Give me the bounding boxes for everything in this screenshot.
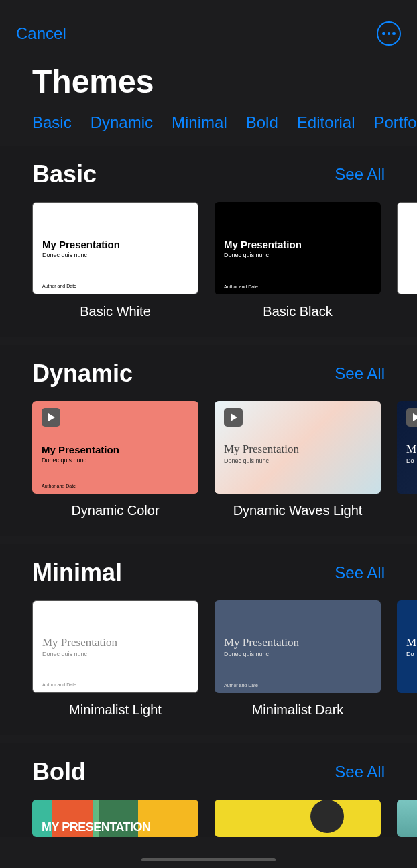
see-all-basic[interactable]: See All [335,165,385,184]
section-title-bold: Bold [32,758,86,786]
thumb-title: My Presentation [42,444,189,455]
thumb-title: My Presentation [224,636,371,649]
theme-bold-peek[interactable] [397,800,417,837]
tab-basic[interactable]: Basic [32,113,72,132]
section-bold: Bold See All MY PRESENTATION [0,743,417,837]
theme-bold-2[interactable] [215,800,381,837]
theme-bold-1[interactable]: MY PRESENTATION [32,800,198,837]
thumb-subtitle: Donec quis nunc [224,457,371,464]
cancel-button[interactable]: Cancel [16,24,66,43]
home-indicator[interactable] [141,858,276,861]
thumb-subtitle: Donec quis nunc [224,651,371,657]
theme-dynamic-color[interactable]: My Presentation Donec quis nunc Author a… [32,401,198,519]
section-minimal: Minimal See All My Presentation Donec qu… [0,544,417,735]
thumb-footer: Author and Date [42,682,76,687]
thumb-footer: Author and Date [224,284,258,289]
tab-bold[interactable]: Bold [246,113,278,132]
see-all-dynamic[interactable]: See All [335,364,385,383]
category-tabs: Basic Dynamic Minimal Bold Editorial Por… [0,105,417,146]
thumb-title: My Presentation [42,636,188,649]
theme-dynamic-peek[interactable]: M Do [397,401,417,519]
theme-minimalist-light[interactable]: My Presentation Donec quis nunc Author a… [32,600,198,718]
thumb-title: My Presentation [42,239,188,250]
page-title: Themes [0,51,417,105]
theme-label: Minimalist Light [32,702,198,718]
theme-label: Minimalist Dark [215,702,381,718]
theme-label: Basic Black [215,304,381,319]
see-all-bold[interactable]: See All [335,763,385,781]
theme-minimal-peek[interactable]: M Do [397,600,417,718]
theme-dynamic-waves-light[interactable]: My Presentation Donec quis nunc Dynamic … [215,401,381,519]
thumb-title: My Presentation [224,239,371,250]
section-title-basic: Basic [32,160,97,188]
theme-basic-white[interactable]: My Presentation Donec quis nunc Author a… [32,202,198,319]
section-dynamic: Dynamic See All My Presentation Donec qu… [0,345,417,536]
see-all-minimal[interactable]: See All [335,563,385,582]
section-basic: Basic See All My Presentation Donec quis… [0,146,417,337]
thumb-footer: Author and Date [224,683,258,688]
theme-basic-black[interactable]: My Presentation Donec quis nunc Author a… [215,202,381,319]
play-icon [224,408,243,427]
thumb-title: My Presentation [224,443,371,456]
thumb-subtitle: Donec quis nunc [42,457,189,464]
section-title-dynamic: Dynamic [32,360,133,388]
thumb-footer: Author and Date [42,284,76,288]
theme-label: Basic White [32,304,198,319]
theme-minimalist-dark[interactable]: My Presentation Donec quis nunc Author a… [215,600,381,718]
theme-label: Dynamic Color [32,503,198,519]
thumb-footer: Author and Date [42,484,76,488]
tab-editorial[interactable]: Editorial [297,113,355,132]
section-title-minimal: Minimal [32,559,122,587]
thumb-title: MY PRESENTATION [42,820,151,834]
play-icon [406,408,417,427]
tab-dynamic[interactable]: Dynamic [91,113,153,132]
thumb-subtitle: Donec quis nunc [42,252,188,258]
thumb-subtitle: Donec quis nunc [42,651,188,657]
more-options-button[interactable] [377,21,401,46]
play-icon [42,408,60,427]
theme-label: Dynamic Waves Light [215,503,381,519]
ellipsis-icon [382,32,396,36]
tab-minimal[interactable]: Minimal [172,113,227,132]
thumb-subtitle: Donec quis nunc [224,252,371,258]
tab-portfolio[interactable]: Portfolio [374,113,418,132]
theme-basic-peek[interactable] [397,202,417,319]
